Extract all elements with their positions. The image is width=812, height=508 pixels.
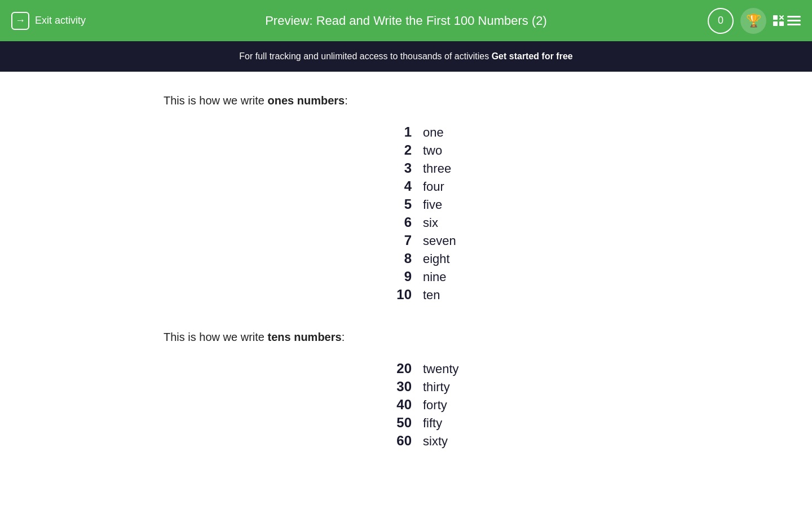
trophy-button[interactable]: 🏆 <box>740 8 766 34</box>
digit: 20 <box>389 361 412 376</box>
list-item: 30 thirty <box>344 379 468 395</box>
tens-intro-bold: tens numbers <box>268 331 342 343</box>
tens-list: 20 twenty 30 thirty 40 forty 50 fifty 60… <box>164 361 648 449</box>
list-item: 60 sixty <box>344 433 468 449</box>
list-item: 5 five <box>344 196 468 212</box>
list-item: 3 three <box>344 160 468 176</box>
ones-intro-suffix: : <box>345 94 348 107</box>
digit: 7 <box>389 233 412 248</box>
tens-intro-suffix: : <box>342 331 345 343</box>
word: sixty <box>423 434 468 449</box>
list-item: 4 four <box>344 178 468 194</box>
digit: 5 <box>389 196 412 212</box>
digit: 4 <box>389 178 412 194</box>
list-item: 2 two <box>344 142 468 158</box>
banner-text: For full tracking and unlimited access t… <box>239 51 491 61</box>
hamburger-line-3 <box>787 24 801 25</box>
digit: 10 <box>389 287 412 303</box>
digit: 1 <box>389 124 412 140</box>
word: five <box>423 198 468 212</box>
list-item: 7 seven <box>344 233 468 248</box>
promo-banner: For full tracking and unlimited access t… <box>0 41 812 72</box>
tens-intro: This is how we write tens numbers: <box>164 331 648 344</box>
list-item: 50 fifty <box>344 415 468 431</box>
exit-icon <box>11 12 29 30</box>
list-item: 8 eight <box>344 251 468 266</box>
word: four <box>423 179 468 194</box>
list-item: 9 nine <box>344 269 468 284</box>
word: three <box>423 161 468 176</box>
digit: 40 <box>389 397 412 413</box>
icon-group <box>773 15 801 26</box>
word: twenty <box>423 362 468 376</box>
digit: 50 <box>389 415 412 431</box>
page-title: Preview: Read and Write the First 100 Nu… <box>265 14 547 28</box>
digit: 8 <box>389 251 412 266</box>
list-item: 1 one <box>344 124 468 140</box>
word: one <box>423 125 468 140</box>
exit-label: Exit activity <box>35 15 86 27</box>
list-item: 40 forty <box>344 397 468 413</box>
ones-list: 1 one 2 two 3 three 4 four 5 five 6 six … <box>164 124 648 303</box>
x-icon <box>779 15 784 20</box>
word: forty <box>423 398 468 413</box>
word: two <box>423 143 468 158</box>
digit: 9 <box>389 269 412 284</box>
word: thirty <box>423 380 468 395</box>
digit: 30 <box>389 379 412 395</box>
ones-intro-prefix: This is how we write <box>164 94 268 107</box>
header-right: 0 🏆 <box>708 8 801 34</box>
list-item: 20 twenty <box>344 361 468 376</box>
main-content: This is how we write ones numbers: 1 one… <box>152 72 660 500</box>
list-item: 10 ten <box>344 287 468 303</box>
dot-br <box>779 21 784 26</box>
hamburger-line-1 <box>787 16 801 17</box>
word: ten <box>423 288 468 303</box>
dot-bl <box>773 21 778 26</box>
word: nine <box>423 270 468 284</box>
hamburger-line-2 <box>787 20 801 21</box>
word: six <box>423 216 468 230</box>
digit: 60 <box>389 433 412 449</box>
word: eight <box>423 252 468 266</box>
banner-cta[interactable]: Get started for free <box>492 51 573 61</box>
header: Exit activity Preview: Read and Write th… <box>0 0 812 41</box>
hamburger-menu[interactable] <box>787 16 801 25</box>
digit: 2 <box>389 142 412 158</box>
dots-cross-icon <box>773 15 784 26</box>
exit-button[interactable]: Exit activity <box>11 12 86 30</box>
word: fifty <box>423 416 468 431</box>
tens-intro-prefix: This is how we write <box>164 331 268 343</box>
ones-intro: This is how we write ones numbers: <box>164 94 648 107</box>
word: seven <box>423 234 468 248</box>
list-item: 6 six <box>344 214 468 230</box>
ones-intro-bold: ones numbers <box>268 94 345 107</box>
dot-tl <box>773 15 778 20</box>
digit: 3 <box>389 160 412 176</box>
digit: 6 <box>389 214 412 230</box>
score-badge: 0 <box>708 8 734 34</box>
